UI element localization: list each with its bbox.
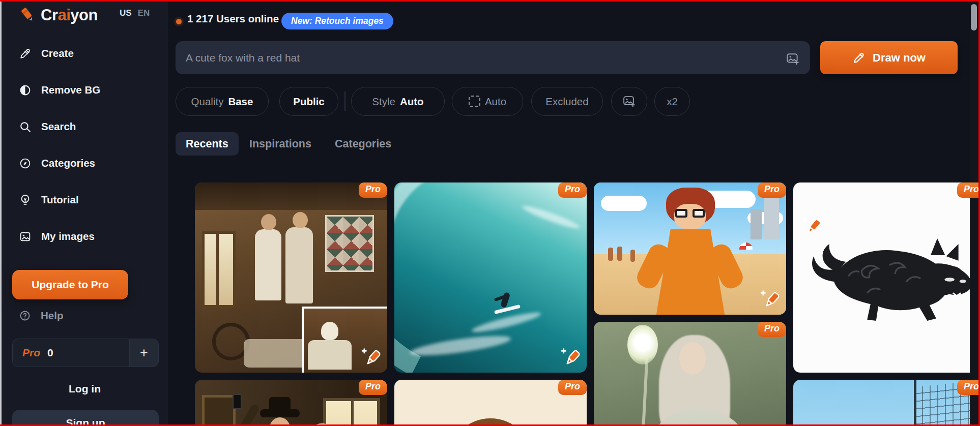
sidebar-item-my-images[interactable]: My images <box>19 228 95 245</box>
sidebar-item-tutorial[interactable]: Tutorial <box>19 191 79 208</box>
filter-public[interactable]: Public <box>279 87 338 116</box>
sidebar-item-label: Remove BG <box>41 84 100 96</box>
filter-excluded[interactable]: Excluded <box>531 87 603 116</box>
sidebar-item-create[interactable]: Create <box>19 45 74 62</box>
decor <box>269 397 291 411</box>
decor <box>601 196 647 211</box>
decor <box>693 209 705 218</box>
edit-crayon-icon[interactable] <box>759 288 781 311</box>
decor <box>617 247 622 261</box>
filter-multiplier-label: x2 <box>667 96 678 108</box>
pro-badge: Pro <box>758 182 786 198</box>
scrollbar-thumb[interactable] <box>971 4 977 31</box>
dashed-selection-icon <box>469 96 480 107</box>
help-link[interactable]: Help <box>19 307 63 324</box>
search-icon <box>19 120 32 133</box>
filter-style-label: Style <box>372 96 395 108</box>
compass-icon <box>19 157 32 170</box>
draw-now-label: Draw now <box>873 51 926 65</box>
filter-public-label: Public <box>293 96 325 108</box>
filter-reference-image[interactable] <box>611 87 647 116</box>
decor <box>627 325 658 364</box>
gallery-image-volleyball[interactable]: Pro <box>793 380 980 426</box>
log-in-link[interactable]: Log in <box>2 383 168 395</box>
gallery-image-elf[interactable]: Pro <box>594 322 786 426</box>
decor <box>751 209 762 239</box>
frame-border-left <box>0 2 2 424</box>
image-upload-icon[interactable] <box>786 52 800 66</box>
gallery-image-velma-beach[interactable]: Pro <box>594 182 786 315</box>
pro-badge: Pro <box>558 182 587 198</box>
decor <box>202 231 236 308</box>
pro-badge: Pro <box>558 380 587 395</box>
draw-pencil-icon <box>852 51 866 65</box>
draw-now-button[interactable]: Draw now <box>820 41 958 74</box>
filter-style[interactable]: Style Auto <box>351 87 445 116</box>
decor <box>255 229 281 300</box>
language-us[interactable]: US <box>120 8 132 18</box>
gallery-image-selfie-painting[interactable]: Pro <box>195 380 387 426</box>
gallery-image-farm-cabin[interactable]: Pro <box>195 182 387 373</box>
sidebar-item-remove-bg[interactable]: Remove BG <box>19 81 100 99</box>
pro-badge: Pro <box>359 380 387 395</box>
sidebar-item-label: Tutorial <box>41 194 79 206</box>
sidebar-item-label: My images <box>41 230 95 242</box>
pro-tier-label: Pro <box>22 347 40 359</box>
decor <box>351 398 354 426</box>
tab-categories[interactable]: Categories <box>325 132 401 156</box>
decor <box>764 198 779 239</box>
gallery-image-wave-surfer[interactable]: Pro <box>394 182 587 373</box>
edit-crayon-icon[interactable] <box>559 346 582 369</box>
decor <box>914 380 916 426</box>
decor <box>608 248 613 261</box>
filter-multiplier[interactable]: x2 <box>654 87 690 116</box>
edit-crayon-icon[interactable] <box>800 215 823 237</box>
language-switcher: US EN <box>120 8 150 18</box>
decor <box>308 340 352 370</box>
decor <box>202 395 236 426</box>
decor <box>285 227 313 303</box>
filter-quality-value: Base <box>228 96 253 108</box>
users-online-count: 1 217 Users online <box>187 13 279 25</box>
prompt-input[interactable] <box>176 41 810 74</box>
edit-crayon-icon[interactable] <box>360 346 382 369</box>
pro-credits-count: 0 <box>47 347 53 359</box>
half-circle-icon <box>19 84 32 97</box>
language-en[interactable]: EN <box>138 8 150 18</box>
filter-aspect-value: Auto <box>485 96 506 108</box>
online-status-dot <box>176 19 182 24</box>
pro-credits-counter: Pro 0 <box>12 339 130 367</box>
sidebar-item-search[interactable]: Search <box>19 118 76 135</box>
brand-wordmark: Craiyon <box>41 6 98 24</box>
sidebar-item-categories[interactable]: Categories <box>19 155 95 172</box>
filter-quality-label: Quality <box>191 96 224 108</box>
image-add-icon <box>622 95 636 108</box>
add-credits-button[interactable]: + <box>130 339 159 367</box>
pro-badge: Pro <box>758 322 786 337</box>
decor <box>293 212 308 228</box>
upgrade-to-pro-button[interactable]: Upgrade to Pro <box>12 270 128 299</box>
filter-aspect-ratio[interactable]: Auto <box>452 87 523 116</box>
lightbulb-icon <box>19 194 32 206</box>
decor <box>261 214 276 230</box>
scrollbar-track[interactable] <box>970 2 978 424</box>
decor <box>325 215 374 272</box>
gallery-image-bag[interactable]: Pro <box>394 380 587 426</box>
tab-recents[interactable]: Recents <box>176 132 239 156</box>
frame-border-top <box>0 0 980 2</box>
decor <box>630 250 635 262</box>
retouch-images-badge[interactable]: New: Retouch images <box>281 13 393 29</box>
help-label: Help <box>41 310 63 322</box>
help-icon <box>19 310 31 322</box>
decor <box>679 342 706 375</box>
pro-badge: Pro <box>359 182 387 198</box>
tab-inspirations[interactable]: Inspirations <box>239 132 322 156</box>
sidebar-item-label: Create <box>41 47 74 59</box>
craiyon-app: Craiyon US EN Create Remove BG Search <box>0 0 980 426</box>
filter-quality[interactable]: Quality Base <box>176 87 269 116</box>
sign-up-button[interactable]: Sign up <box>12 410 159 426</box>
sidebar: Craiyon US EN Create Remove BG Search <box>2 2 168 424</box>
filter-style-value: Auto <box>400 96 424 108</box>
gallery-image-tribal-wolf[interactable]: Pro <box>793 182 980 373</box>
picture-icon <box>19 230 32 243</box>
